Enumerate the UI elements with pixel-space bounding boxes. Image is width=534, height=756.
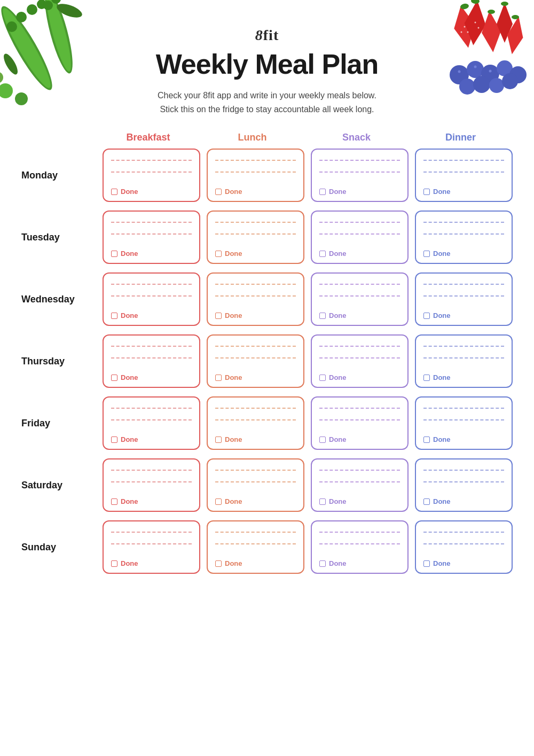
done-checkbox[interactable]	[215, 251, 222, 257]
done-checkbox[interactable]	[111, 560, 117, 567]
done-checkbox[interactable]	[319, 251, 326, 257]
done-area-breakfast[interactable]: Done	[111, 250, 192, 258]
done-area-breakfast[interactable]: Done	[111, 373, 192, 381]
done-checkbox[interactable]	[319, 189, 326, 195]
done-checkbox[interactable]	[319, 560, 326, 567]
done-checkbox[interactable]	[111, 437, 117, 443]
meal-cell-sunday-breakfast[interactable]: Done	[103, 520, 200, 574]
done-area-lunch[interactable]: Done	[215, 188, 296, 196]
meal-cell-monday-lunch[interactable]: Done	[207, 149, 304, 202]
dotted-line	[319, 222, 400, 223]
done-area-lunch[interactable]: Done	[215, 559, 296, 567]
done-area-snack[interactable]: Done	[319, 311, 400, 319]
done-checkbox[interactable]	[423, 251, 430, 257]
meal-cell-tuesday-breakfast[interactable]: Done	[103, 211, 200, 264]
done-area-dinner[interactable]: Done	[423, 497, 504, 505]
dotted-line	[319, 481, 400, 482]
done-checkbox[interactable]	[423, 560, 430, 567]
meal-cell-thursday-breakfast[interactable]: Done	[103, 334, 200, 388]
done-area-dinner[interactable]: Done	[423, 188, 504, 196]
lines-area-dinner	[423, 466, 504, 495]
lines-area-snack	[319, 342, 400, 371]
meal-cell-monday-dinner[interactable]: Done	[415, 149, 513, 202]
meal-cell-thursday-dinner[interactable]: Done	[415, 334, 513, 388]
done-area-lunch[interactable]: Done	[215, 373, 296, 381]
done-checkbox[interactable]	[319, 498, 326, 505]
done-area-snack[interactable]: Done	[319, 559, 400, 567]
done-area-lunch[interactable]: Done	[215, 311, 296, 319]
done-area-dinner[interactable]: Done	[423, 250, 504, 258]
done-checkbox[interactable]	[215, 313, 222, 319]
meal-cell-sunday-snack[interactable]: Done	[311, 520, 409, 574]
day-label-thursday: Thursday	[21, 356, 96, 367]
done-checkbox[interactable]	[319, 375, 326, 381]
done-checkbox[interactable]	[111, 498, 117, 505]
done-checkbox[interactable]	[111, 375, 117, 381]
done-area-dinner[interactable]: Done	[423, 373, 504, 381]
done-checkbox[interactable]	[215, 375, 222, 381]
meal-cell-saturday-dinner[interactable]: Done	[415, 458, 513, 512]
meal-cell-wednesday-dinner[interactable]: Done	[415, 272, 513, 326]
meal-cell-friday-dinner[interactable]: Done	[415, 396, 513, 450]
meal-cell-friday-breakfast[interactable]: Done	[103, 396, 200, 450]
done-label: Done	[329, 497, 347, 505]
done-area-snack[interactable]: Done	[319, 250, 400, 258]
done-checkbox[interactable]	[215, 498, 222, 505]
meal-cell-friday-lunch[interactable]: Done	[207, 396, 304, 450]
meal-cell-friday-snack[interactable]: Done	[311, 396, 409, 450]
meal-cell-monday-snack[interactable]: Done	[311, 149, 409, 202]
done-checkbox[interactable]	[215, 560, 222, 567]
done-area-breakfast[interactable]: Done	[111, 497, 192, 505]
meal-cell-tuesday-dinner[interactable]: Done	[415, 211, 513, 264]
done-area-dinner[interactable]: Done	[423, 435, 504, 443]
meal-cell-wednesday-snack[interactable]: Done	[311, 272, 409, 326]
meal-cell-thursday-lunch[interactable]: Done	[207, 334, 304, 388]
done-area-breakfast[interactable]: Done	[111, 435, 192, 443]
meal-cell-thursday-snack[interactable]: Done	[311, 334, 409, 388]
done-checkbox[interactable]	[423, 498, 430, 505]
done-area-breakfast[interactable]: Done	[111, 559, 192, 567]
header-empty	[21, 132, 96, 143]
done-area-lunch[interactable]: Done	[215, 497, 296, 505]
done-checkbox[interactable]	[111, 189, 117, 195]
done-label: Done	[121, 435, 138, 443]
done-area-lunch[interactable]: Done	[215, 435, 296, 443]
done-area-breakfast[interactable]: Done	[111, 188, 192, 196]
done-checkbox[interactable]	[423, 375, 430, 381]
done-checkbox[interactable]	[423, 437, 430, 443]
done-area-snack[interactable]: Done	[319, 435, 400, 443]
done-label: Done	[433, 497, 451, 505]
done-checkbox[interactable]	[423, 189, 430, 195]
dotted-line	[423, 284, 504, 285]
meal-cell-saturday-lunch[interactable]: Done	[207, 458, 304, 512]
done-area-snack[interactable]: Done	[319, 188, 400, 196]
lines-area-dinner	[423, 218, 504, 247]
done-area-dinner[interactable]: Done	[423, 559, 504, 567]
done-checkbox[interactable]	[111, 251, 117, 257]
done-checkbox[interactable]	[423, 313, 430, 319]
done-area-dinner[interactable]: Done	[423, 311, 504, 319]
lines-area-breakfast	[111, 342, 192, 371]
done-checkbox[interactable]	[319, 437, 326, 443]
done-checkbox[interactable]	[215, 437, 222, 443]
meal-cell-monday-breakfast[interactable]: Done	[103, 149, 200, 202]
done-area-snack[interactable]: Done	[319, 373, 400, 381]
done-checkbox[interactable]	[215, 189, 222, 195]
day-label-monday: Monday	[21, 170, 96, 181]
meal-cell-sunday-lunch[interactable]: Done	[207, 520, 304, 574]
meal-cell-wednesday-breakfast[interactable]: Done	[103, 272, 200, 326]
header-lunch: Lunch	[200, 132, 304, 143]
meal-cell-tuesday-snack[interactable]: Done	[311, 211, 409, 264]
meal-cell-saturday-snack[interactable]: Done	[311, 458, 409, 512]
done-checkbox[interactable]	[111, 313, 117, 319]
dotted-line	[319, 295, 400, 297]
done-area-lunch[interactable]: Done	[215, 250, 296, 258]
done-area-breakfast[interactable]: Done	[111, 311, 192, 319]
meal-cell-tuesday-lunch[interactable]: Done	[207, 211, 304, 264]
done-label: Done	[121, 373, 138, 381]
meal-cell-saturday-breakfast[interactable]: Done	[103, 458, 200, 512]
done-checkbox[interactable]	[319, 313, 326, 319]
meal-cell-sunday-dinner[interactable]: Done	[415, 520, 513, 574]
meal-cell-wednesday-lunch[interactable]: Done	[207, 272, 304, 326]
done-area-snack[interactable]: Done	[319, 497, 400, 505]
